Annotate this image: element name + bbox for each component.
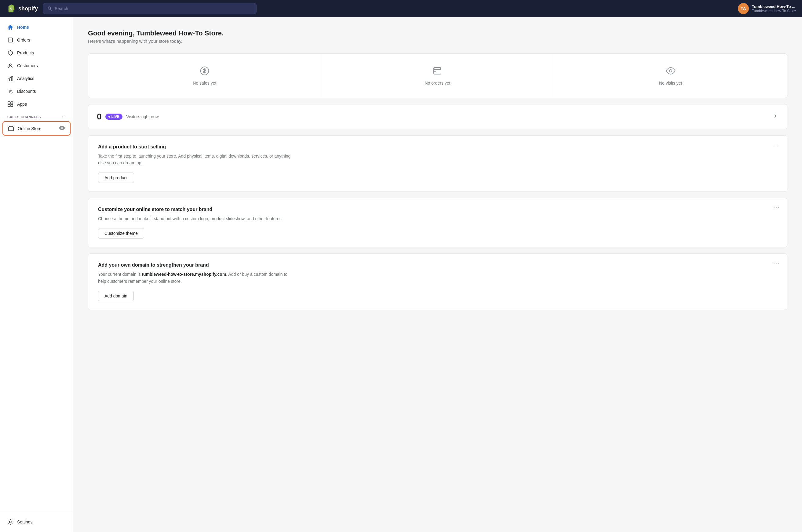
svg-rect-16 <box>12 126 13 127</box>
live-visitor-count: 0 <box>97 112 102 121</box>
live-indicator-dot <box>109 116 110 118</box>
sidebar-item-label: Settings <box>17 519 33 524</box>
sidebar-item-label: Online Store <box>18 126 41 131</box>
live-label: Visitors right now <box>126 114 158 119</box>
user-info: Tumbleweed How-To ... Tumbleweed How-To … <box>752 4 796 13</box>
main-content: Good evening, Tumbleweed How-To Store. H… <box>73 17 802 532</box>
home-icon <box>7 24 14 30</box>
live-visitors-card[interactable]: 0 LIVE Visitors right now <box>88 104 787 129</box>
settings-icon <box>7 519 14 525</box>
svg-rect-15 <box>9 126 11 127</box>
sidebar-item-analytics[interactable]: Analytics <box>2 72 71 84</box>
sidebar-item-online-store[interactable]: Online Store <box>3 122 70 135</box>
eye-icon <box>59 125 65 132</box>
sidebar-item-orders[interactable]: Orders <box>2 34 71 46</box>
top-navigation: S shopify TA Tumbleweed How-To ... Tumbl… <box>0 0 802 17</box>
avatar: TA <box>738 3 749 14</box>
stat-label-sales: No sales yet <box>193 81 216 86</box>
more-options-button[interactable]: ··· <box>773 142 780 148</box>
svg-rect-5 <box>8 79 9 81</box>
orders-icon <box>7 37 14 43</box>
sidebar-item-label: Products <box>17 51 34 55</box>
chevron-right-icon <box>772 113 779 120</box>
sidebar-item-label: Discounts <box>17 89 36 94</box>
dollar-icon <box>200 66 210 77</box>
sidebar-item-settings[interactable]: Settings <box>2 516 71 528</box>
products-icon <box>7 50 14 56</box>
sidebar-bottom: Settings <box>0 513 73 528</box>
add-product-button[interactable]: Add product <box>98 173 134 183</box>
domain-name: tumbleweed-how-to-store.myshopify.com <box>142 272 226 277</box>
svg-point-8 <box>9 90 11 91</box>
svg-rect-7 <box>12 76 13 81</box>
user-name: Tumbleweed How-To ... <box>752 4 796 9</box>
search-bar[interactable] <box>43 3 256 14</box>
user-store: Tumbleweed How-To Store <box>752 9 796 13</box>
orders-stat-icon <box>433 66 442 77</box>
sidebar-item-discounts[interactable]: Discounts <box>2 85 71 97</box>
search-icon <box>47 6 52 11</box>
sidebar-item-label: Orders <box>17 38 30 42</box>
eye-stat-icon <box>666 66 675 77</box>
sidebar-item-products[interactable]: Products <box>2 47 71 59</box>
app-layout: Home Orders Products Customers Analytics… <box>0 17 802 532</box>
live-badge: LIVE <box>106 114 123 120</box>
add-product-desc: Take the first step to launching your st… <box>98 153 293 167</box>
stats-row: No sales yet No orders yet No visits yet <box>88 54 787 98</box>
logo-text: shopify <box>18 5 38 12</box>
customers-icon <box>7 63 14 69</box>
user-menu[interactable]: TA Tumbleweed How-To ... Tumbleweed How-… <box>738 3 796 14</box>
sidebar-item-customers[interactable]: Customers <box>2 60 71 72</box>
stat-label-orders: No orders yet <box>424 81 450 86</box>
sales-channels-section: SALES CHANNELS <box>0 111 73 121</box>
greeting-title: Good evening, Tumbleweed How-To Store. <box>88 29 787 37</box>
svg-text:S: S <box>10 7 12 11</box>
sidebar-item-label: Home <box>17 25 29 30</box>
add-domain-button[interactable]: Add domain <box>98 291 134 301</box>
sidebar-item-label: Apps <box>17 102 27 107</box>
add-product-title: Add a product to start selling <box>98 144 777 150</box>
stat-card-sales: No sales yet <box>88 54 321 98</box>
svg-rect-14 <box>8 127 14 131</box>
greeting-subtitle: Here's what's happening with your store … <box>88 38 787 44</box>
online-store-container: Online Store <box>2 121 71 136</box>
sidebar-item-label: Customers <box>17 63 38 68</box>
search-input[interactable] <box>55 6 252 11</box>
discounts-icon <box>7 88 14 94</box>
add-domain-desc: Your current domain is tumbleweed-how-to… <box>98 271 293 285</box>
stat-card-visits: No visits yet <box>554 54 787 98</box>
svg-rect-12 <box>8 104 10 107</box>
add-domain-card: ··· Add your own domain to strengthen yo… <box>88 253 787 310</box>
stat-card-orders: No orders yet <box>321 54 554 98</box>
analytics-icon <box>7 75 14 81</box>
apps-icon <box>7 101 14 107</box>
sidebar: Home Orders Products Customers Analytics… <box>0 17 73 532</box>
shopify-logo[interactable]: S shopify <box>6 4 38 14</box>
svg-rect-13 <box>11 104 13 107</box>
more-options-button[interactable]: ··· <box>773 204 780 211</box>
customize-theme-card: ··· Customize your online store to match… <box>88 198 787 247</box>
customize-theme-desc: Choose a theme and make it stand out wit… <box>98 215 293 222</box>
add-domain-title: Add your own domain to strengthen your b… <box>98 262 777 268</box>
svg-rect-19 <box>434 68 441 74</box>
svg-point-4 <box>9 64 11 66</box>
add-product-card: ··· Add a product to start selling Take … <box>88 135 787 192</box>
online-store-icon <box>8 126 14 132</box>
add-sales-channel-button[interactable] <box>60 114 66 120</box>
svg-rect-6 <box>10 78 11 81</box>
sidebar-item-home[interactable]: Home <box>2 21 71 33</box>
sidebar-item-label: Analytics <box>17 76 34 81</box>
svg-point-17 <box>9 521 11 523</box>
svg-rect-10 <box>8 102 10 104</box>
customize-theme-button[interactable]: Customize theme <box>98 228 144 239</box>
sidebar-item-apps[interactable]: Apps <box>2 98 71 110</box>
svg-point-20 <box>669 70 672 72</box>
customize-theme-title: Customize your online store to match you… <box>98 207 777 212</box>
page-greeting: Good evening, Tumbleweed How-To Store. H… <box>88 29 787 44</box>
stat-label-visits: No visits yet <box>659 81 682 86</box>
more-options-button[interactable]: ··· <box>773 260 780 266</box>
svg-rect-11 <box>11 102 13 104</box>
svg-point-9 <box>11 92 12 93</box>
